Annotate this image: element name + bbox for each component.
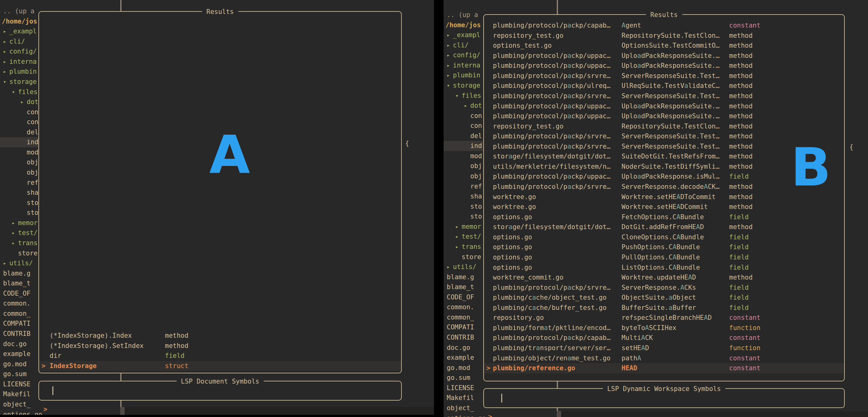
result-file: worktree.go (493, 202, 536, 212)
result-symbol: (*IndexStorage).SetIndex (50, 341, 144, 351)
result-kind: method (729, 111, 753, 121)
matched-char: a (567, 284, 571, 291)
result-row[interactable]: repository_test.goRepositorySuite.TestCl… (484, 31, 844, 41)
result-row[interactable]: options_test.goOptionsSuite.TestCommitO…… (484, 40, 844, 51)
matched-char: A (641, 334, 645, 342)
result-symbol: Agent (622, 21, 641, 31)
tree-item-label: sha (470, 191, 482, 202)
result-row[interactable]: options.goFetchOptions.CABundlefield (484, 212, 844, 222)
tree-item-label: doc.go (447, 343, 470, 353)
tree-item-label: files (462, 91, 481, 101)
result-row[interactable]: options.goListOptions.CABundlefield (484, 263, 844, 273)
result-row[interactable]: plumbing/protocol/packp/uppac…UploadPack… (484, 172, 844, 182)
result-row[interactable]: options.goCloneOptions.CABundlefield (484, 232, 844, 242)
tree-item-label: CONTRIB (447, 333, 474, 343)
chevron-right-icon: ▸ (12, 228, 15, 238)
result-symbol: ServerResponseSuite.Test… (622, 91, 719, 101)
result-kind: struct (165, 361, 188, 371)
tree-item-label: test/ (18, 228, 37, 238)
tree-item-label: obj (470, 171, 482, 181)
matched-char: A (676, 213, 680, 221)
tree-item-label: ind (470, 141, 482, 151)
tree-item-label: blame_t (447, 282, 474, 292)
matched-char: A (676, 234, 680, 241)
result-row[interactable]: worktree.goWorktree.setHEADToCommitmetho… (484, 192, 844, 202)
result-row[interactable]: repository_test.goRepositorySuite.TestCl… (484, 121, 844, 132)
result-row[interactable]: worktree_commit.goWorktree.updateHEADmet… (484, 272, 844, 283)
result-file: options.go (493, 242, 532, 252)
result-symbol: ServerResponseSuite.Test… (622, 71, 719, 81)
result-symbol: FetchOptions.CABundle (622, 212, 704, 222)
matched-char: a (509, 223, 513, 231)
result-row[interactable]: options.goPushOptions.CABundlefield (484, 242, 844, 252)
result-row[interactable]: utils/merkletrie/filesystem/n…NoderSuite… (484, 162, 844, 172)
prompt-panel: LSP Dynamic Workspace Symbols > a 100 / … (483, 388, 845, 408)
result-kind: method (729, 121, 753, 132)
result-kind: method (729, 71, 753, 81)
result-row[interactable]: plumbing/protocol/packp/srvre…ServerResp… (484, 91, 844, 101)
result-row[interactable]: storage/filesystem/dotgit/dot…DotGit.add… (484, 222, 844, 232)
result-file: plumbing/reference.go (493, 363, 576, 373)
result-row[interactable]: plumbing/protocol/packp/srvre…ServerResp… (484, 71, 844, 81)
result-row[interactable]: >IndexStoragestruct (39, 361, 401, 371)
result-row[interactable]: plumbing/transport/server/ser…setHEADfun… (484, 343, 844, 353)
matched-char: A (704, 183, 708, 190)
result-kind: constant (729, 333, 761, 343)
result-row[interactable]: (*IndexStorage).SetIndexmethod (39, 341, 401, 351)
tree-item-label: memor (18, 218, 37, 228)
result-row[interactable]: worktree.goWorktree.setHEADCommitmethod (484, 202, 844, 212)
result-row[interactable]: plumbing/protocol/packp/uppac…UploadPack… (484, 111, 844, 121)
tree-item-label: example (447, 353, 474, 363)
result-symbol: ServerResponse.decodeACK… (622, 182, 719, 192)
result-row[interactable]: plumbing/object/rename_test.gopathAconst… (484, 353, 844, 363)
result-row[interactable]: plumbing/protocol/packp/ulreq…UlReqSuite… (484, 81, 844, 91)
result-row[interactable]: plumbing/format/pktline/encod…byteToASCI… (484, 323, 844, 333)
result-row[interactable]: plumbing/cache/buffer_test.goBufferSuite… (484, 303, 844, 313)
chevron-right-icon: ▸ (3, 67, 6, 77)
result-file: plumbing/protocol/packp/uppac… (493, 111, 610, 121)
tree-item-label: object_ (447, 403, 474, 413)
matched-char: a (567, 354, 571, 362)
result-row[interactable]: plumbing/protocol/packp/srvre…ServerResp… (484, 141, 844, 152)
result-row[interactable]: plumbing/cache/object_test.goObjectSuite… (484, 292, 844, 303)
statusline-separator-block (120, 407, 125, 415)
result-symbol: RepositorySuite.TestClon… (622, 31, 719, 41)
result-file: storage/filesystem/dotgit/dot… (493, 222, 610, 232)
tree-item-label: config/ (9, 46, 37, 57)
tree-item-label: utils/ (453, 262, 476, 272)
result-row[interactable]: plumbing/protocol/packp/srvre…ServerResp… (484, 182, 844, 192)
result-row[interactable]: (*IndexStorage).Indexmethod (39, 331, 401, 341)
matched-char: a (669, 304, 673, 311)
result-row[interactable]: plumbing/protocol/packp/capab…Agentconst… (484, 21, 844, 31)
tree-item-label: con (470, 111, 482, 121)
result-symbol: SuiteDotGit.TestRefsFrom… (622, 151, 719, 162)
chevron-right-icon: ▸ (12, 238, 15, 248)
result-row[interactable]: dirfield (39, 351, 401, 361)
matched-char: a (567, 133, 571, 140)
tree-item-label: /home/jos (2, 16, 37, 27)
result-symbol: BufferSuite.aBuffer (622, 303, 696, 313)
result-symbol: Worktree.setHEADCommit (622, 202, 708, 212)
result-row[interactable]: plumbing/protocol/packp/uppac…UploadPack… (484, 61, 844, 71)
prompt-panel: LSP Document Symbols > 4 / 4 (38, 381, 402, 401)
result-row[interactable]: plumbing/protocol/packp/uppac…UploadPack… (484, 101, 844, 111)
tree-item-label: con (27, 107, 38, 117)
result-row[interactable]: plumbing/protocol/packp/capab…MultiACKco… (484, 333, 844, 343)
tree-item-label: plumbin (9, 67, 37, 77)
pane-b: .. (up a/home/jos▸_exampl▸cli/▸config/▸i… (444, 0, 868, 417)
tree-item-label: sto (470, 211, 482, 222)
result-row[interactable]: storage/filesystem/dotgit/dot…SuiteDotGi… (484, 151, 844, 162)
result-row[interactable]: >plumbing/reference.goHEADconstant (484, 363, 844, 373)
tree-item-label: store (462, 252, 481, 262)
chevron-right-icon: ▸ (3, 46, 6, 57)
selection-arrow-icon: > (41, 361, 45, 371)
result-row[interactable]: plumbing/protocol/packp/uppac…UploadPack… (484, 51, 844, 61)
result-row[interactable]: options.goPullOptions.CABundlefield (484, 252, 844, 263)
tree-item-label: COMPATI (447, 322, 474, 333)
result-row[interactable]: plumbing/protocol/packp/srvre…ServerResp… (484, 131, 844, 141)
result-row[interactable]: repository.gorefspecSingleBranchHEADcons… (484, 313, 844, 323)
tree-item-label: del (27, 127, 38, 137)
result-row[interactable]: plumbing/protocol/packp/srvre…ServerResp… (484, 283, 844, 293)
selection-arrow-icon: > (486, 363, 490, 373)
matched-char: a (638, 173, 641, 180)
